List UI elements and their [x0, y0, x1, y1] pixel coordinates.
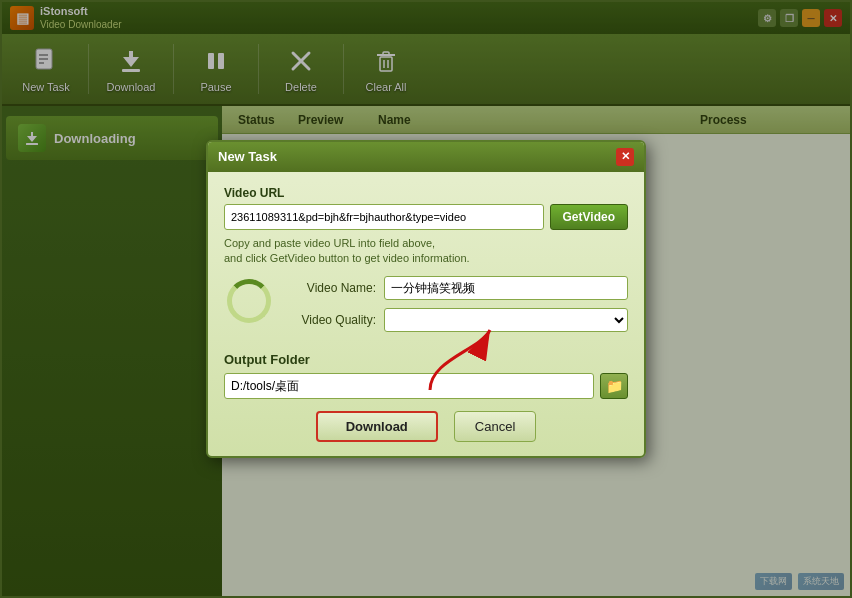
- video-name-input[interactable]: [384, 276, 628, 300]
- cancel-button[interactable]: Cancel: [454, 411, 536, 442]
- output-folder-label: Output Folder: [224, 352, 628, 367]
- url-row: GetVideo: [224, 204, 628, 230]
- new-task-dialog: New Task ✕ Video URL GetVideo Copy and p…: [206, 140, 646, 459]
- output-row: 📁: [224, 373, 628, 399]
- video-info-row: Video Name: Video Quality:: [224, 276, 628, 340]
- video-quality-row: Video Quality:: [286, 308, 628, 332]
- hint-text: Copy and paste video URL into field abov…: [224, 236, 628, 267]
- dialog-overlay: New Task ✕ Video URL GetVideo Copy and p…: [0, 0, 852, 598]
- spinner: [224, 276, 274, 326]
- dialog-actions: Download Cancel: [224, 411, 628, 442]
- video-quality-select[interactable]: [384, 308, 628, 332]
- spinner-circle: [227, 279, 271, 323]
- output-folder-input[interactable]: [224, 373, 594, 399]
- dialog-close-button[interactable]: ✕: [616, 148, 634, 166]
- url-field-label: Video URL: [224, 186, 628, 200]
- fields-section: Video Name: Video Quality:: [286, 276, 628, 340]
- url-input[interactable]: [224, 204, 544, 230]
- folder-icon: 📁: [606, 378, 623, 394]
- browse-folder-button[interactable]: 📁: [600, 373, 628, 399]
- dialog-body: Video URL GetVideo Copy and paste video …: [208, 172, 644, 457]
- dialog-title: New Task: [218, 149, 277, 164]
- download-button[interactable]: Download: [316, 411, 438, 442]
- dialog-title-bar: New Task ✕: [208, 142, 644, 172]
- video-quality-label: Video Quality:: [286, 313, 376, 327]
- output-section: Output Folder 📁: [224, 352, 628, 399]
- get-video-button[interactable]: GetVideo: [550, 204, 628, 230]
- video-name-label: Video Name:: [286, 281, 376, 295]
- video-name-row: Video Name:: [286, 276, 628, 300]
